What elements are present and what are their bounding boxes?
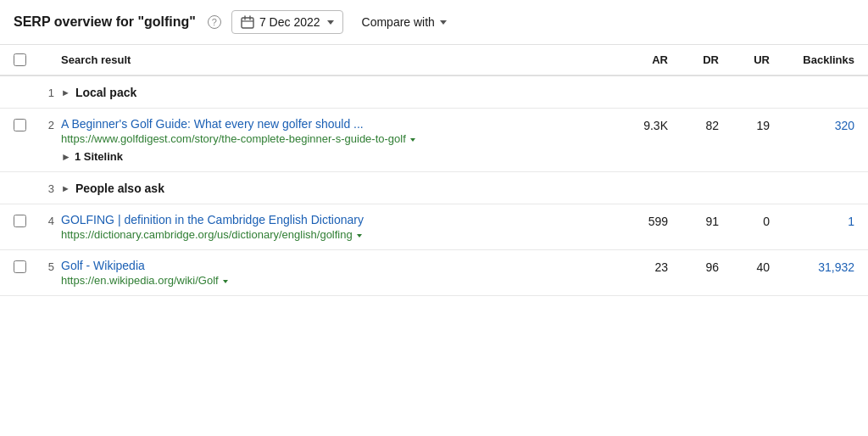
result-title-link[interactable]: Golf - Wikipedia bbox=[61, 259, 600, 272]
row-number: 3 bbox=[41, 181, 61, 195]
url-dropdown-icon[interactable] bbox=[410, 138, 415, 142]
table-row: 4 GOLFING | definition in the Cambridge … bbox=[0, 204, 868, 250]
row-checkbox-col bbox=[14, 117, 41, 131]
compare-chevron-icon bbox=[440, 20, 447, 25]
date-chevron-icon bbox=[327, 20, 334, 25]
row-backlinks[interactable]: 31,932 bbox=[770, 259, 854, 274]
url-dropdown-icon[interactable] bbox=[357, 234, 362, 238]
table-row: 5 Golf - Wikipedia https://en.wikipedia.… bbox=[0, 250, 868, 296]
header-ar-col: AR bbox=[600, 53, 668, 66]
row-content: A Beginner's Golf Guide: What every new … bbox=[61, 117, 600, 163]
help-icon[interactable]: ? bbox=[208, 15, 221, 29]
compare-label: Compare with bbox=[362, 15, 435, 29]
date-picker-button[interactable]: 7 Dec 2022 bbox=[231, 10, 343, 34]
page-title: SERP overview for "golfing" bbox=[14, 14, 196, 30]
row-select-checkbox[interactable] bbox=[14, 119, 26, 131]
row-ar: 23 bbox=[600, 259, 668, 274]
table-row: 2 A Beginner's Golf Guide: What every ne… bbox=[0, 109, 868, 172]
page-header: SERP overview for "golfing" ? 7 Dec 2022… bbox=[0, 0, 868, 45]
compare-with-button[interactable]: Compare with bbox=[353, 11, 455, 33]
header-dr-col: DR bbox=[668, 53, 719, 66]
row-ar: 9.3K bbox=[600, 117, 668, 132]
header-backlinks-col: Backlinks bbox=[770, 53, 854, 66]
toggle-triangle-icon[interactable]: ► bbox=[61, 183, 70, 193]
row-ur: 19 bbox=[719, 117, 770, 132]
url-dropdown-icon[interactable] bbox=[223, 280, 228, 283]
date-label: 7 Dec 2022 bbox=[259, 15, 320, 29]
header-checkbox-col bbox=[14, 53, 41, 66]
row-backlinks[interactable]: 320 bbox=[770, 117, 854, 132]
serp-table: Search result AR DR UR Backlinks 1 ► Loc… bbox=[0, 45, 868, 296]
result-url[interactable]: https://www.golfdigest.com/story/the-com… bbox=[61, 132, 600, 145]
row-number: 1 bbox=[41, 85, 61, 99]
row-checkbox-col bbox=[14, 259, 41, 273]
row-dr: 91 bbox=[668, 213, 719, 228]
result-title-link[interactable]: GOLFING | definition in the Cambridge En… bbox=[61, 213, 600, 226]
row-content: GOLFING | definition in the Cambridge En… bbox=[61, 213, 600, 241]
row-checkbox-col bbox=[14, 213, 41, 227]
toggle-triangle-icon[interactable]: ► bbox=[61, 87, 70, 98]
table-header: Search result AR DR UR Backlinks bbox=[0, 45, 868, 76]
header-search-result-col: Search result bbox=[61, 53, 600, 66]
row-select-checkbox[interactable] bbox=[14, 260, 26, 273]
row-ar: 599 bbox=[600, 213, 668, 228]
result-title-link[interactable]: A Beginner's Golf Guide: What every new … bbox=[61, 117, 600, 131]
table-row: 3 ► People also ask bbox=[0, 172, 868, 204]
row-ur: 40 bbox=[719, 259, 770, 274]
row-select-checkbox[interactable] bbox=[14, 215, 26, 227]
row-number: 4 bbox=[41, 213, 61, 227]
svg-rect-0 bbox=[242, 18, 253, 28]
select-all-checkbox[interactable] bbox=[14, 53, 26, 66]
row-dr: 82 bbox=[668, 117, 719, 132]
row-number: 2 bbox=[41, 117, 61, 131]
sitelink-row: ► 1 Sitelink bbox=[61, 150, 600, 163]
result-url[interactable]: https://dictionary.cambridge.org/us/dict… bbox=[61, 228, 600, 241]
calendar-icon bbox=[241, 15, 254, 29]
people-also-ask-label: ► People also ask bbox=[61, 182, 600, 195]
local-pack-label: ► Local pack bbox=[61, 86, 600, 99]
row-number: 5 bbox=[41, 259, 61, 273]
row-dr: 96 bbox=[668, 259, 719, 274]
row-backlinks[interactable]: 1 bbox=[770, 213, 854, 228]
result-url[interactable]: https://en.wikipedia.org/wiki/Golf bbox=[61, 274, 600, 287]
header-ur-col: UR bbox=[719, 53, 770, 66]
sitelink-toggle-icon[interactable]: ► bbox=[61, 151, 71, 163]
row-content: Golf - Wikipedia https://en.wikipedia.or… bbox=[61, 259, 600, 287]
table-row: 1 ► Local pack bbox=[0, 76, 868, 109]
sitelink-label: 1 Sitelink bbox=[75, 150, 123, 163]
row-ur: 0 bbox=[719, 213, 770, 228]
